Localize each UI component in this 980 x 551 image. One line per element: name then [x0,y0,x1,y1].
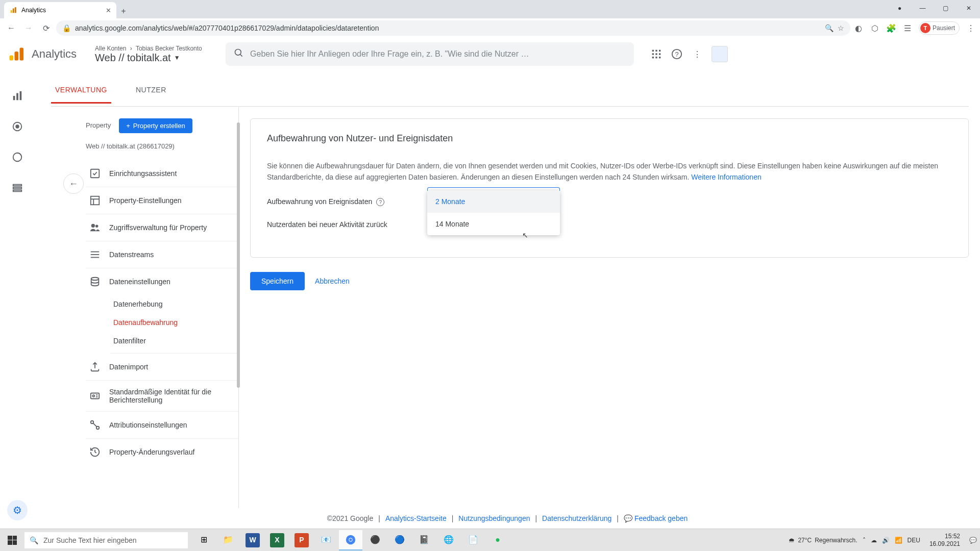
property-name: Web // tobitalk.at ▼ [95,52,217,64]
chevron-up-icon[interactable]: ˄ [863,537,866,544]
bookmark-icon[interactable]: ☆ [838,24,844,32]
notifications-icon[interactable]: 💬 [969,537,977,544]
cancel-button[interactable]: Abbrechen [315,272,350,290]
chrome-icon[interactable] [339,530,362,550]
svg-rect-26 [13,187,22,189]
sidebar-item-history[interactable]: Property-Änderungsverlauf [86,439,238,465]
sidebar-item-identity[interactable]: Standardmäßige Identität für die Bericht… [86,381,238,412]
edge-icon[interactable]: 🌐 [437,530,460,550]
sidebar-item-retention[interactable]: Datenaufbewahrung [110,313,238,332]
reload-button[interactable]: ⟳ [39,21,53,35]
account-avatar[interactable] [712,46,728,62]
sidebar-item-streams[interactable]: Datenstreams [86,241,238,268]
svg-rect-11 [652,53,654,55]
footer-home-link[interactable]: Analytics-Startseite [385,514,447,522]
dropdown-option[interactable]: 2 Monate [427,190,560,213]
weather-widget[interactable]: 🌧 27°C Regenwahrsch. [789,537,857,544]
sidebar-item-filter[interactable]: Datenfilter [110,332,238,354]
sidebar-item-data-settings[interactable]: Dateneinstellungen [86,268,238,295]
extension-icon[interactable]: ⬡ [870,23,880,33]
configure-icon[interactable] [11,182,23,194]
back-arrow-button[interactable]: ← [63,173,84,194]
account-picker[interactable]: Alle Konten › Tobias Becker Testkonto We… [95,45,217,64]
sidebar-item-access[interactable]: Zugriffsverwaltung für Property [86,214,238,241]
footer-terms-link[interactable]: Nutzungsbedingungen [458,514,530,522]
search-bar[interactable]: Geben Sie hier Ihr Anliegen oder Ihre Fr… [226,42,634,66]
spotify-icon[interactable]: ● [486,530,509,550]
forward-button[interactable]: → [21,21,36,35]
excel-icon[interactable]: X [270,533,284,547]
footer-privacy-link[interactable]: Datenschutzerklärung [542,514,611,522]
svg-rect-5 [20,48,24,61]
extensions-icon[interactable]: 🧩 [886,23,896,33]
taskbar-search[interactable]: 🔍 Zur Suche Text hier eingeben [24,532,188,548]
settings-sidebar: Property + Property erstellen Web // tob… [86,107,239,529]
svg-line-7 [240,55,242,57]
footer-feedback-link[interactable]: Feedback geben [634,514,688,522]
url-bar[interactable]: 🔒 analytics.google.com/analytics/web/#/a… [56,20,850,36]
help-icon[interactable]: ? [671,48,683,60]
new-tab-button[interactable]: + [116,4,131,18]
app-icon[interactable]: 🔵 [388,530,411,550]
advertising-icon[interactable] [11,151,23,163]
notepad-icon[interactable]: 📄 [461,530,485,550]
minimize-button[interactable]: — [911,0,934,16]
mail-icon[interactable]: 📧 [314,530,338,550]
copyright: ©2021 Google [327,514,374,522]
language-indicator[interactable]: DEU [908,537,920,544]
cloud-icon[interactable]: ☁ [871,537,877,544]
analytics-favicon-icon [9,6,17,14]
volume-icon[interactable]: 🔊 [882,537,890,544]
save-button[interactable]: Speichern [250,272,305,290]
dropdown-option[interactable]: 14 Monate [427,213,560,235]
svg-point-39 [92,395,94,397]
zoom-icon[interactable]: 🔍 [825,24,834,32]
help-icon[interactable]: ? [376,198,384,206]
back-button[interactable]: ← [4,21,18,35]
streams-icon [89,248,101,261]
word-icon[interactable]: W [246,533,260,547]
reports-icon[interactable] [11,90,23,102]
svg-rect-8 [652,50,654,52]
sidebar-item-property-settings[interactable]: Property-Einstellungen [86,187,238,214]
identity-icon [89,390,101,402]
menu-icon[interactable]: ⋮ [966,23,976,33]
browser-user-icon[interactable]: ● [888,0,911,16]
wifi-icon[interactable]: 📶 [895,537,902,544]
svg-rect-27 [13,190,22,192]
create-property-button[interactable]: + Property erstellen [119,118,192,133]
extension-icon[interactable]: ◐ [853,23,864,33]
sidebar-item-collection[interactable]: Datenerhebung [110,295,238,313]
task-view-icon[interactable]: ⊞ [192,530,215,550]
maximize-button[interactable]: ▢ [934,0,957,16]
app-icon[interactable]: 📓 [412,530,436,550]
clock[interactable]: 15:52 16.09.2021 [925,533,964,547]
profile-badge[interactable]: T Pausiert [919,21,960,35]
sidebar-item-import[interactable]: Datenimport [86,354,238,381]
sidebar-item-setup[interactable]: Einrichtungsassistent [86,160,238,187]
browser-tab[interactable]: Analytics ✕ [4,2,116,18]
scrollbar[interactable] [237,122,240,388]
explorer-icon[interactable]: 📁 [216,530,240,550]
overflow-icon[interactable]: ⋮ [691,48,703,60]
history-icon [89,446,101,458]
svg-rect-13 [659,53,660,55]
system-tray: ˄ ☁ 🔊 📶 DEU 15:52 16.09.2021 💬 [863,533,980,547]
svg-rect-15 [655,57,657,58]
powerpoint-icon[interactable]: P [295,533,309,547]
apps-icon[interactable] [650,48,663,60]
more-info-link[interactable]: Weitere Informationen [691,173,761,181]
start-button[interactable] [0,529,24,552]
plus-icon: + [126,122,130,130]
admin-body: Property + Property erstellen Web // tob… [35,77,980,529]
retention-dropdown[interactable]: 2 Monate 14 Monate [427,190,560,235]
explore-icon[interactable] [11,120,23,133]
gear-icon[interactable]: ⚙ [7,500,28,520]
close-icon[interactable]: ✕ [106,7,111,14]
property-id: Web // tobitalk.at (286617029) [86,142,238,150]
windows-icon [8,536,17,545]
close-window-button[interactable]: ✕ [957,0,980,16]
reading-list-icon[interactable]: ☰ [902,23,913,33]
sidebar-item-attribution[interactable]: Attributionseinstellungen [86,412,238,439]
obs-icon[interactable]: ⚫ [363,530,387,550]
